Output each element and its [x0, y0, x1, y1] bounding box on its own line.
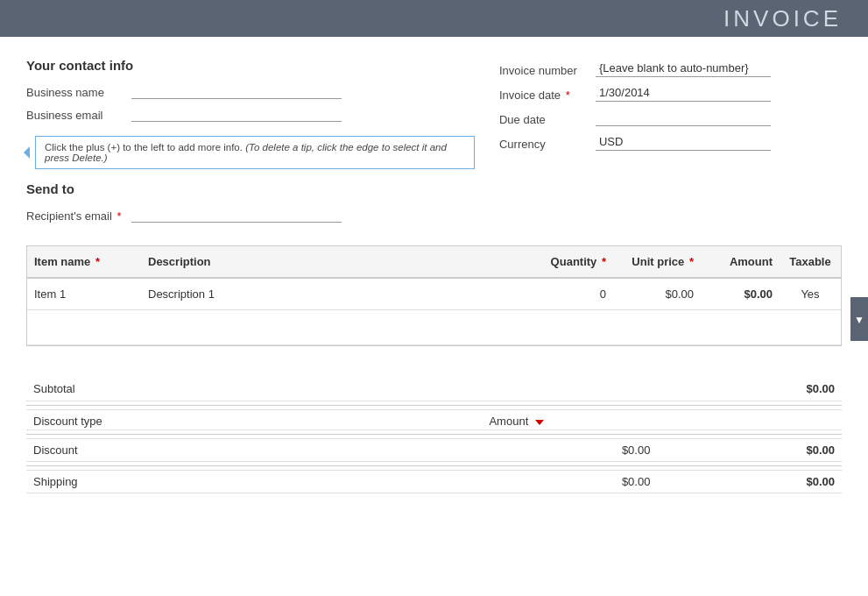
- business-name-label: Business name: [26, 86, 131, 99]
- main-content: Your contact info Business name Business…: [0, 37, 868, 364]
- page-title: INVOICE: [723, 5, 842, 32]
- discount-type-label: Discount type: [26, 410, 482, 430]
- business-name-row: Business name: [26, 82, 475, 99]
- invoice-date-row: Invoice date *: [499, 84, 842, 102]
- discount-type-amount-label: Amount: [482, 410, 657, 430]
- table-body: Item 1 Description 1 0 $0.00 $0.00 Yes: [27, 278, 841, 345]
- cell-unit-price: $0.00: [613, 278, 701, 310]
- cell-description: Description 1: [141, 278, 526, 310]
- subtotal-label: Subtotal: [26, 378, 482, 401]
- currency-input[interactable]: [596, 133, 771, 151]
- recipient-email-label: Recipient's email *: [26, 209, 131, 223]
- business-email-label: Business email: [26, 109, 131, 122]
- discount-indicator: [535, 420, 544, 425]
- items-table: Item name * Description Quantity * Unit …: [27, 246, 841, 345]
- col-header-description: Description: [141, 246, 526, 278]
- discount-value: $0.00: [482, 439, 657, 462]
- due-date-label: Due date: [499, 113, 596, 126]
- top-section: Your contact info Business name Business…: [26, 58, 842, 228]
- cell-amount: $0.00: [701, 278, 780, 310]
- table-empty-row: [27, 310, 841, 345]
- shipping-row: Shipping $0.00 $0.00: [26, 471, 842, 493]
- subtotal-row: Subtotal $0.00: [26, 378, 842, 401]
- business-email-input[interactable]: [131, 104, 342, 122]
- invoice-number-label: Invoice number: [499, 64, 596, 77]
- page-wrapper: INVOICE Your contact info Business name …: [0, 0, 868, 596]
- totals-section: Subtotal $0.00 Discount type Amount: [0, 378, 868, 493]
- contact-info-title: Your contact info: [26, 58, 475, 73]
- col-header-taxable: Taxable: [780, 246, 841, 278]
- tooltip-container: Click the plus (+) to the left to add mo…: [35, 132, 475, 169]
- tooltip-box: Click the plus (+) to the left to add mo…: [35, 136, 475, 169]
- table-row: Item 1 Description 1 0 $0.00 $0.00 Yes: [27, 278, 841, 310]
- header-bar: INVOICE: [0, 0, 868, 37]
- svg-text:▼: ▼: [854, 314, 864, 326]
- recipient-email-row: Recipient's email *: [26, 205, 475, 223]
- send-to-title: Send to: [26, 181, 475, 196]
- divider-row: [26, 401, 842, 410]
- discount-bold-value: $0.00: [657, 439, 842, 462]
- shipping-value: $0.00: [482, 471, 657, 493]
- currency-row: Currency: [499, 133, 842, 151]
- table-header: Item name * Description Quantity * Unit …: [27, 246, 841, 278]
- cell-taxable: Yes: [780, 278, 841, 310]
- discount-type-row: Discount type Amount: [26, 410, 842, 430]
- cell-item-name: Item 1: [27, 278, 141, 310]
- discount-label: Discount: [26, 439, 482, 462]
- recipient-email-input[interactable]: [131, 205, 342, 223]
- scroll-indicator[interactable]: ▼: [850, 297, 868, 344]
- business-name-input[interactable]: [131, 82, 342, 99]
- subtotal-value: $0.00: [657, 378, 842, 401]
- col-header-unit-price: Unit price *: [613, 246, 701, 278]
- shipping-label: Shipping: [26, 471, 482, 493]
- currency-label: Currency: [499, 138, 596, 151]
- totals-table: Subtotal $0.00 Discount type Amount: [26, 378, 842, 493]
- required-star: *: [116, 209, 121, 223]
- col-header-amount: Amount: [701, 246, 780, 278]
- scroll-icon: ▼: [850, 297, 868, 341]
- invoice-number-row: Invoice number: [499, 60, 842, 77]
- left-column: Your contact info Business name Business…: [26, 58, 475, 228]
- items-section: Item name * Description Quantity * Unit …: [26, 245, 842, 346]
- discount-row: Discount $0.00 $0.00: [26, 439, 842, 462]
- send-to-section: Send to Recipient's email *: [26, 181, 475, 223]
- invoice-date-input[interactable]: [596, 84, 771, 102]
- tooltip-arrow: [24, 146, 30, 159]
- divider-row-2: [26, 430, 842, 439]
- col-header-quantity: Quantity *: [526, 246, 613, 278]
- business-email-row: Business email: [26, 104, 475, 122]
- due-date-row: Due date: [499, 109, 842, 126]
- invoice-number-input[interactable]: [596, 60, 771, 77]
- divider-row-3: [26, 462, 842, 471]
- required-star-date: *: [566, 89, 570, 102]
- cell-quantity: 0: [526, 278, 613, 310]
- right-column: Invoice number Invoice date * Due date: [499, 58, 842, 228]
- shipping-bold-value: $0.00: [657, 471, 842, 493]
- tooltip-text: Click the plus (+) to the left to add mo…: [45, 142, 245, 153]
- due-date-input[interactable]: [596, 109, 771, 126]
- invoice-date-label: Invoice date *: [499, 89, 596, 102]
- col-header-item-name: Item name *: [27, 246, 141, 278]
